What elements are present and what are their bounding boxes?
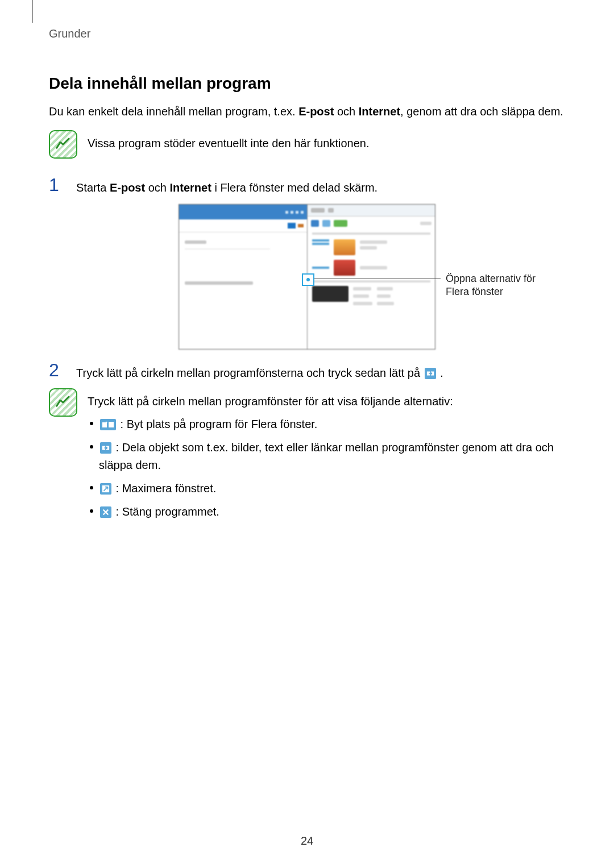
drag-share-icon bbox=[425, 368, 436, 379]
intro-bold-epost: E-post bbox=[298, 105, 334, 118]
step-1-number: 1 bbox=[49, 176, 65, 196]
step-2-text: Tryck lätt på cirkeln mellan programföns… bbox=[76, 361, 443, 381]
bullet-icon bbox=[90, 486, 93, 489]
page-content: Grunder Dela innehåll mellan program Du … bbox=[0, 0, 614, 526]
option-swap: : Byt plats på program för Flera fönster… bbox=[90, 416, 565, 433]
close-icon bbox=[100, 506, 111, 518]
step1-bold1: E-post bbox=[110, 181, 145, 194]
note2-intro: Tryck lätt på cirkeln mellan programföns… bbox=[88, 393, 565, 410]
page-margin-rule bbox=[32, 0, 33, 23]
note-text-2: Tryck lätt på cirkeln mellan programföns… bbox=[88, 388, 565, 526]
intro-pre: Du kan enkelt dela innehåll mellan progr… bbox=[49, 105, 298, 118]
step2-post: . bbox=[440, 367, 443, 379]
note-block-1: Vissa program stöder eventuellt inte den… bbox=[49, 130, 565, 159]
step1-bold2: Internet bbox=[170, 181, 211, 194]
intro-post: , genom att dra och släppa dem. bbox=[400, 105, 563, 118]
step1-post: i Flera fönster med delad skärm. bbox=[211, 181, 377, 194]
options-list: : Byt plats på program för Flera fönster… bbox=[88, 416, 565, 521]
note-text-1: Vissa program stöder eventuellt inte den… bbox=[88, 130, 370, 152]
figure-right-pane bbox=[307, 205, 435, 349]
drag-share-icon bbox=[100, 442, 111, 454]
intro-bold-internet: Internet bbox=[359, 105, 400, 118]
step2-pre: Tryck lätt på cirkeln mellan programföns… bbox=[76, 367, 424, 379]
option-close-text: : Stäng programmet. bbox=[116, 505, 219, 518]
bullet-icon bbox=[90, 422, 93, 425]
breadcrumb: Grunder bbox=[49, 27, 565, 40]
bullet-icon bbox=[90, 445, 93, 448]
callout-line bbox=[313, 279, 441, 279]
maximize-icon bbox=[100, 483, 111, 495]
step-1-text: Starta E-post och Internet i Flera fönst… bbox=[76, 176, 377, 196]
bullet-icon bbox=[90, 509, 93, 513]
svg-rect-3 bbox=[109, 422, 114, 427]
step1-mid1: och bbox=[145, 181, 169, 194]
step-2: 2 Tryck lätt på cirkeln mellan programfö… bbox=[49, 361, 565, 381]
step-1: 1 Starta E-post och Internet i Flera fön… bbox=[49, 176, 565, 196]
option-share: : Dela objekt som t.ex. bilder, text ell… bbox=[90, 439, 565, 474]
option-swap-text: : Byt plats på program för Flera fönster… bbox=[121, 418, 318, 430]
figure-left-pane bbox=[179, 205, 307, 349]
figure-wrapper: Öppna alternativ för Flera fönster bbox=[49, 204, 565, 350]
step1-pre: Starta bbox=[76, 181, 110, 194]
multi-window-handle-icon bbox=[302, 273, 314, 286]
callout-text: Öppna alternativ för Flera fönster bbox=[446, 272, 559, 299]
page-number: 24 bbox=[0, 834, 614, 848]
step-2-number: 2 bbox=[49, 361, 65, 381]
option-maximize: : Maximera fönstret. bbox=[90, 480, 565, 497]
note-icon bbox=[49, 130, 77, 159]
swap-windows-icon bbox=[100, 419, 116, 430]
note-icon bbox=[49, 388, 77, 417]
intro-mid1: och bbox=[334, 105, 358, 118]
option-maximize-text: : Maximera fönstret. bbox=[116, 482, 217, 495]
option-close: : Stäng programmet. bbox=[90, 503, 565, 521]
note-block-2: Tryck lätt på cirkeln mellan programföns… bbox=[49, 388, 565, 526]
section-heading: Dela innehåll mellan program bbox=[49, 74, 565, 93]
intro-text: Du kan enkelt dela innehåll mellan progr… bbox=[49, 103, 565, 120]
option-share-text: : Dela objekt som t.ex. bilder, text ell… bbox=[99, 441, 554, 471]
